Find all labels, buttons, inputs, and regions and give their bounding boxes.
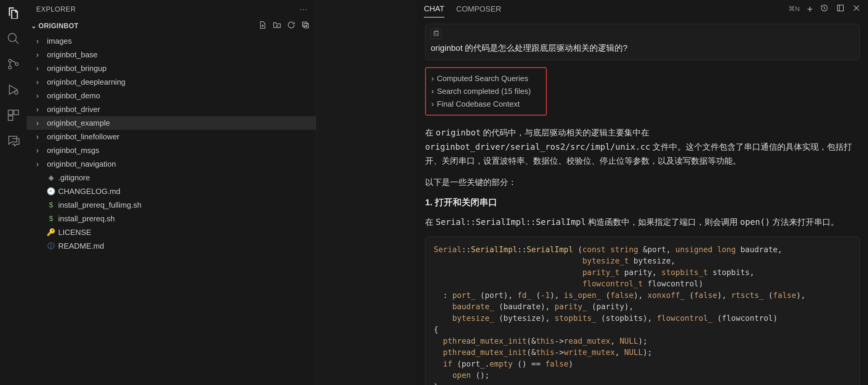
tree-label: originbot_deeplearning <box>47 78 126 87</box>
sidebar-title: EXPLORER <box>36 5 76 13</box>
editor-area <box>316 0 417 385</box>
folder-item[interactable]: ›originbot_linefollower <box>27 130 316 144</box>
user-prompt-text: originbot 的代码是怎么处理跟底层驱动相关的逻辑的? <box>431 42 854 54</box>
chevron-right-icon: › <box>36 146 44 155</box>
folder-item[interactable]: ›originbot_msgs <box>27 144 316 157</box>
tree-label: install_prereq.sh <box>58 214 115 224</box>
tree-label: originbot_base <box>47 50 98 59</box>
folder-item[interactable]: ›originbot_bringup <box>27 61 316 75</box>
chevron-right-icon: › <box>431 87 434 96</box>
answer-para-3: 在 Serial::SerialImpl::SerialImpl 构造函数中，如… <box>425 215 860 229</box>
chevron-right-icon: › <box>36 64 44 73</box>
svg-point-5 <box>14 91 18 94</box>
folder-item[interactable]: ›originbot_demo <box>27 89 316 102</box>
answer-heading-1: 1. 打开和关闭串口 <box>425 196 860 209</box>
assistant-answer: 在 originbot 的代码中，与底层驱动相关的逻辑主要集中在 originb… <box>425 126 860 385</box>
file-item[interactable]: 🕘CHANGELOG.md <box>27 184 316 198</box>
explorer-sidebar: EXPLORER ··· ⌄ ORIGINBOT ›images›originb… <box>27 0 316 385</box>
tab-chat[interactable]: CHAT <box>424 4 444 18</box>
collapsible-search-completed[interactable]: ›Search completed (15 files) <box>428 85 544 98</box>
tree-label: originbot_driver <box>47 105 100 114</box>
tree-label: originbot_bringup <box>47 64 106 73</box>
file-item[interactable]: $install_prereq_fullimg.sh <box>27 198 316 212</box>
chevron-right-icon: › <box>36 50 44 59</box>
folder-item[interactable]: ›originbot_example <box>27 116 316 130</box>
activity-bar <box>0 0 27 385</box>
file-tree: ›images›originbot_base›originbot_bringup… <box>27 33 316 385</box>
chevron-right-icon: › <box>36 91 44 100</box>
sidebar-title-row: EXPLORER ··· <box>27 0 316 19</box>
collapsible-computed-queries[interactable]: ›Computed Search Queries <box>428 72 544 85</box>
svg-rect-6 <box>8 110 13 115</box>
tree-label: LICENSE <box>58 228 91 237</box>
svg-rect-7 <box>14 110 19 115</box>
chevron-right-icon: › <box>36 119 44 128</box>
svg-rect-11 <box>837 5 843 11</box>
section-label: ORIGINBOT <box>39 22 79 30</box>
user-prompt-card: originbot 的代码是怎么处理跟底层驱动相关的逻辑的? <box>425 24 860 60</box>
expand-icon[interactable] <box>836 4 845 14</box>
sidebar-more-icon[interactable]: ··· <box>300 5 308 13</box>
context-chip-icon[interactable] <box>431 28 441 39</box>
tree-label: images <box>47 36 72 46</box>
chevron-right-icon: › <box>36 132 44 141</box>
tree-label: originbot_msgs <box>47 146 99 155</box>
file-item[interactable]: 🔑LICENSE <box>27 226 316 239</box>
chevron-right-icon: › <box>431 74 434 83</box>
tree-label: README.md <box>58 241 104 251</box>
svg-rect-8 <box>8 116 13 120</box>
file-icon: $ <box>47 201 55 209</box>
tree-label: originbot_demo <box>47 91 100 100</box>
answer-para-2: 以下是一些关键的部分： <box>425 175 860 189</box>
code-block: Serial::SerialImpl::SerialImpl (const st… <box>425 236 860 385</box>
new-file-icon[interactable] <box>258 21 267 31</box>
folder-item[interactable]: ›originbot_navigation <box>27 157 316 171</box>
close-icon[interactable] <box>852 4 861 14</box>
svg-point-3 <box>9 66 11 69</box>
folder-item[interactable]: ›originbot_driver <box>27 102 316 116</box>
history-icon[interactable] <box>820 4 829 14</box>
comments-icon[interactable] <box>6 134 21 148</box>
chat-tab-bar: CHAT COMPOSER ⌘N + <box>417 0 868 18</box>
explorer-icon[interactable] <box>6 6 21 20</box>
folder-item[interactable]: ›originbot_base <box>27 48 316 61</box>
folder-item[interactable]: ›images <box>27 34 316 48</box>
file-icon: ◆ <box>47 174 55 182</box>
search-steps-box: ›Computed Search Queries ›Search complet… <box>425 67 547 116</box>
add-icon[interactable]: + <box>807 3 813 15</box>
extensions-icon[interactable] <box>6 108 21 122</box>
svg-point-2 <box>9 59 11 62</box>
tree-label: originbot_example <box>47 119 110 128</box>
svg-rect-14 <box>434 31 438 36</box>
file-item[interactable]: ⓘREADME.md <box>27 239 316 253</box>
tree-label: .gitignore <box>58 173 90 182</box>
refresh-icon[interactable] <box>287 21 296 31</box>
run-debug-icon[interactable] <box>6 83 21 97</box>
file-icon: 🕘 <box>47 187 55 196</box>
collapsible-final-context[interactable]: ›Final Codebase Context <box>428 98 544 111</box>
chat-body: originbot 的代码是怎么处理跟底层驱动相关的逻辑的? ›Computed… <box>417 18 868 385</box>
chevron-right-icon: › <box>431 99 434 109</box>
chevron-down-icon: ⌄ <box>31 22 37 30</box>
svg-point-0 <box>8 34 16 41</box>
chevron-right-icon: › <box>36 159 44 169</box>
file-item[interactable]: $install_prereq.sh <box>27 212 316 226</box>
search-icon[interactable] <box>6 31 21 46</box>
new-chat-shortcut: ⌘N <box>788 5 800 13</box>
folder-item[interactable]: ›originbot_deeplearning <box>27 75 316 89</box>
source-control-icon[interactable] <box>6 57 21 71</box>
svg-point-4 <box>16 63 19 66</box>
new-folder-icon[interactable] <box>273 21 281 31</box>
svg-line-1 <box>15 40 19 44</box>
chevron-right-icon: › <box>36 36 44 46</box>
tab-composer[interactable]: COMPOSER <box>456 4 501 17</box>
chevron-right-icon: › <box>36 78 44 87</box>
tree-label: originbot_navigation <box>47 159 116 169</box>
chat-panel: CHAT COMPOSER ⌘N + originbot 的代码是怎么处理跟底层… <box>417 0 868 385</box>
collapse-all-icon[interactable] <box>301 21 310 31</box>
tree-label: originbot_linefollower <box>47 132 119 141</box>
sidebar-section-header[interactable]: ⌄ ORIGINBOT <box>27 19 316 33</box>
tree-label: install_prereq_fullimg.sh <box>58 201 141 210</box>
file-item[interactable]: ◆.gitignore <box>27 171 316 184</box>
answer-para-1: 在 originbot 的代码中，与底层驱动相关的逻辑主要集中在 originb… <box>425 126 860 168</box>
